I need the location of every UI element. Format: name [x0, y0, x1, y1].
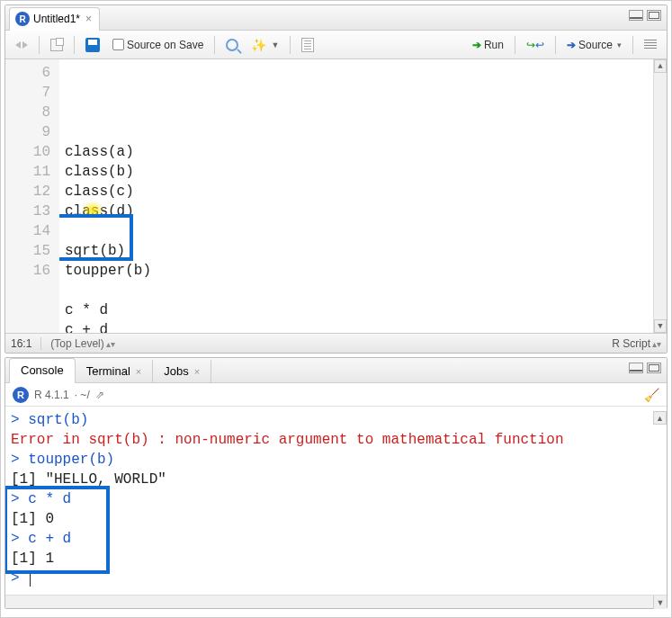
find-replace-button[interactable]: [221, 36, 243, 54]
line-number: 10: [5, 142, 50, 162]
tab-console[interactable]: Console: [9, 358, 76, 383]
code-line[interactable]: [65, 281, 653, 300]
line-number: 6: [5, 63, 50, 83]
source-statusbar: 16:1 (Top Level)▴▾ R Script▴▾: [5, 333, 667, 353]
editor-scrollbar[interactable]: ▲ ▼: [653, 59, 667, 333]
source-tab-title: Untitled1*: [33, 13, 80, 25]
notebook-icon: [301, 38, 314, 52]
source-on-save-label: Source on Save: [127, 39, 203, 51]
r-version: R 4.1.1: [34, 389, 69, 401]
scroll-up-icon[interactable]: ▲: [653, 411, 667, 425]
search-icon: [226, 39, 238, 51]
run-button[interactable]: ➔Run: [468, 36, 508, 54]
console-line: > sqrt(b): [11, 410, 661, 430]
console-scrollbar-h[interactable]: ▼ ▲: [5, 595, 667, 608]
outline-button[interactable]: [640, 37, 661, 53]
code-tools-button[interactable]: ✨▼: [246, 35, 283, 55]
line-number: 16: [5, 261, 50, 281]
disk-icon: [85, 38, 100, 52]
checkbox-icon: [112, 39, 124, 50]
compile-report-button[interactable]: [297, 35, 318, 55]
source-arrow-icon: ➔: [567, 39, 576, 51]
line-number: 13: [5, 202, 50, 221]
tab-jobs[interactable]: Jobs×: [153, 360, 211, 383]
source-toolbar: Source on Save ✨▼ ➔Run ↪↩ ➔Source▾: [5, 31, 667, 59]
clear-console-icon[interactable]: 🧹: [644, 388, 659, 402]
minimize-pane-icon[interactable]: [629, 363, 643, 373]
tab-terminal[interactable]: Terminal×: [76, 360, 154, 383]
code-line[interactable]: toupper(b): [65, 261, 653, 281]
code-line[interactable]: [65, 221, 653, 241]
maximize-pane-icon[interactable]: [647, 363, 661, 373]
close-icon[interactable]: ×: [136, 366, 141, 377]
code-line[interactable]: c * d: [65, 300, 653, 320]
scope-selector[interactable]: (Top Level)▴▾: [50, 337, 114, 350]
line-number: 7: [5, 83, 50, 103]
language-selector[interactable]: R Script▴▾: [612, 337, 661, 350]
console-output[interactable]: > sqrt(b)Error in sqrt(b) : non-numeric …: [5, 407, 667, 595]
maximize-pane-icon[interactable]: [647, 10, 661, 21]
line-number: 9: [5, 122, 50, 142]
cursor-position: 16:1: [11, 337, 31, 350]
line-number: 12: [5, 182, 50, 202]
console-header: R R 4.1.1 · ~/ ⇗ 🧹: [5, 383, 667, 407]
show-in-new-window-button[interactable]: [46, 36, 67, 54]
code-line[interactable]: class(c): [65, 182, 653, 202]
annotation-box-console: [5, 486, 110, 574]
r-logo-icon: R: [13, 387, 29, 403]
nav-back-forward-button[interactable]: [11, 37, 32, 53]
code-line[interactable]: class(d): [65, 202, 653, 221]
source-tab-untitled[interactable]: R Untitled1* ×: [9, 7, 100, 31]
line-gutter: 678910111213141516: [5, 59, 59, 333]
code-area[interactable]: class(a)class(b)class(c)class(d) sqrt(b)…: [59, 59, 653, 333]
code-line[interactable]: class(b): [65, 162, 653, 182]
run-label: Run: [484, 39, 504, 51]
annotation-box-editor: [52, 214, 133, 261]
console-line: > toupper(b): [11, 450, 661, 470]
scroll-down-icon[interactable]: ▼: [654, 319, 667, 333]
code-line[interactable]: sqrt(b): [65, 241, 653, 261]
source-tabstrip: R Untitled1* ×: [5, 5, 667, 31]
source-editor[interactable]: 678910111213141516 class(a)class(b)class…: [5, 59, 667, 333]
source-label: Source: [578, 39, 613, 51]
r-logo-icon: R: [15, 12, 30, 26]
source-pane: R Untitled1* × Source on Save ✨▼ ➔Run ↪↩: [4, 4, 668, 354]
close-tab-icon[interactable]: ×: [85, 13, 92, 25]
console-tabstrip: Console Terminal× Jobs×: [5, 358, 667, 383]
re-run-button[interactable]: ↪↩: [522, 36, 549, 54]
source-on-save-toggle[interactable]: Source on Save: [108, 36, 208, 54]
outline-icon: [644, 40, 657, 50]
line-number: 15: [5, 241, 50, 261]
console-pane: Console Terminal× Jobs× R R 4.1.1 · ~/ ⇗…: [4, 357, 668, 609]
reenter-icon: ↪↩: [526, 39, 544, 51]
minimize-pane-icon[interactable]: [629, 10, 643, 21]
run-arrow-icon: ➔: [472, 39, 481, 51]
line-number: 14: [5, 221, 50, 241]
console-line: Error in sqrt(b) : non-numeric argument …: [11, 430, 661, 450]
scroll-down-icon[interactable]: ▼: [653, 596, 667, 609]
line-number: 11: [5, 162, 50, 182]
wd-popout-icon[interactable]: ⇗: [95, 389, 104, 401]
code-line[interactable]: c + d: [65, 320, 653, 333]
code-line[interactable]: class(a): [65, 142, 653, 162]
working-dir: · ~/: [75, 389, 90, 401]
source-button[interactable]: ➔Source▾: [562, 36, 626, 54]
scroll-up-icon[interactable]: ▲: [654, 59, 667, 73]
close-icon[interactable]: ×: [194, 366, 200, 377]
save-button[interactable]: [81, 35, 104, 55]
wand-icon: ✨: [251, 38, 266, 52]
line-number: 8: [5, 103, 50, 122]
chevron-down-icon: ▼: [271, 40, 279, 49]
chevron-down-icon: ▾: [617, 40, 622, 49]
